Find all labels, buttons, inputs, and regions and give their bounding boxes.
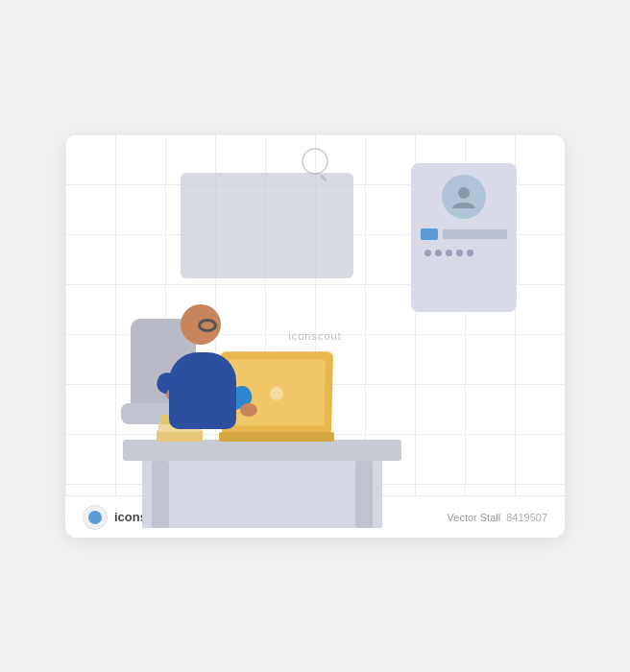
profile-card bbox=[411, 163, 517, 312]
desk-body bbox=[142, 456, 382, 528]
email-icon bbox=[421, 228, 438, 240]
svg-point-0 bbox=[458, 187, 470, 199]
card-container: iconscout bbox=[65, 134, 565, 538]
person-torso bbox=[169, 352, 236, 429]
profile-avatar bbox=[442, 175, 486, 219]
person-hand-right bbox=[240, 403, 257, 417]
dot-3 bbox=[446, 250, 452, 256]
dot-5 bbox=[467, 250, 473, 256]
search-icon bbox=[302, 148, 328, 175]
email-bar bbox=[443, 229, 507, 239]
profile-email-row bbox=[421, 228, 507, 240]
person-glasses bbox=[198, 319, 217, 332]
laptop-base bbox=[219, 432, 334, 442]
person-icon bbox=[450, 183, 477, 210]
desk-surface bbox=[123, 440, 401, 461]
dot-1 bbox=[424, 250, 431, 256]
dot-4 bbox=[456, 250, 463, 256]
illustration-scene bbox=[65, 134, 565, 538]
desk-leg-left bbox=[152, 461, 169, 528]
laptop-logo-circle bbox=[270, 387, 283, 400]
dot-2 bbox=[435, 250, 442, 256]
profile-dots-row bbox=[421, 250, 507, 256]
desk-leg-right bbox=[355, 461, 373, 528]
wall-rectangle bbox=[181, 173, 353, 278]
